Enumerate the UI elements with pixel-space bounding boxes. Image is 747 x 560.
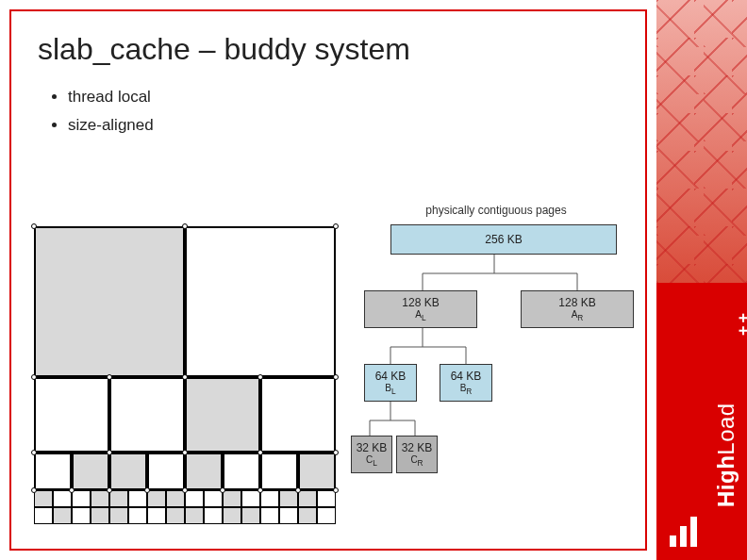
tiny-cell	[166, 490, 185, 507]
tiny-cell	[72, 507, 91, 524]
tiny-cell	[204, 490, 223, 507]
page-title: slab_cache – buddy system	[11, 11, 645, 67]
tiny-cell	[185, 490, 204, 507]
grid-dot	[31, 487, 37, 493]
node-32kb-left: 32 KB CL	[351, 436, 392, 473]
grid-dot	[31, 374, 37, 380]
tiny-cell	[128, 490, 147, 507]
grid-dot	[182, 374, 188, 380]
grid-dot	[257, 374, 263, 380]
node-32kb-right: 32 KB CR	[396, 436, 438, 473]
node-label: 32 KB	[352, 441, 391, 454]
tiny-cell	[34, 490, 53, 507]
tiny-cell	[185, 507, 204, 524]
node-sublabel: AL	[365, 309, 476, 322]
tiny-cell	[204, 507, 223, 524]
grid-dot	[333, 450, 339, 455]
tiny-cell	[260, 490, 279, 507]
slide-frame: slab_cache – buddy system thread local s…	[9, 9, 647, 551]
brand-logo: ++ HighLoad	[656, 283, 747, 560]
node-sublabel: CR	[397, 454, 437, 468]
tiny-cell	[53, 507, 72, 524]
tiny-cell	[34, 507, 53, 524]
node-256kb: 256 KB	[390, 224, 617, 255]
brand-bars-icon	[670, 517, 701, 547]
node-sublabel: BL	[365, 383, 416, 396]
grid-dot	[333, 487, 339, 493]
node-128kb-right: 128 KB AR	[521, 290, 634, 328]
tiny-cell	[279, 490, 298, 507]
tree-caption: physically contiguous pages	[374, 204, 619, 217]
bullet-item: size-aligned	[68, 116, 645, 135]
node-label: 32 KB	[397, 441, 437, 454]
grid-dot	[31, 223, 37, 229]
tiny-cell	[279, 507, 298, 524]
sidebar: ++ HighLoad	[656, 0, 747, 560]
grid-dot	[295, 487, 301, 493]
tiny-cell	[223, 507, 241, 524]
tiny-cell	[260, 507, 279, 524]
node-64kb-left: 64 KB BL	[364, 364, 417, 402]
grid-dot	[333, 374, 339, 380]
grid-dot	[107, 487, 112, 493]
grid-dot	[107, 450, 112, 455]
brand-suffix: ++	[734, 310, 747, 336]
grid-dot	[220, 487, 225, 493]
tiny-cell	[241, 507, 260, 524]
buddy-tree-diagram: 256 KB 128 KB AL 128 KB AR 64 KB BL 64 K…	[362, 221, 641, 522]
node-label: 128 KB	[522, 296, 633, 309]
tiny-cell	[241, 490, 260, 507]
node-sublabel: BR	[440, 383, 491, 396]
node-label: 256 KB	[391, 233, 616, 246]
tiny-cell	[317, 490, 336, 507]
node-label: 64 KB	[440, 370, 491, 383]
tiny-cell	[147, 507, 166, 524]
tiny-cell	[298, 490, 317, 507]
buddy-grid-diagram	[34, 226, 336, 524]
bullet-item: thread local	[68, 88, 645, 107]
node-64kb-right: 64 KB BR	[440, 364, 492, 402]
node-label: 128 KB	[365, 296, 476, 309]
tiny-cell	[147, 490, 166, 507]
node-label: 64 KB	[365, 370, 416, 383]
tiny-cell	[109, 507, 128, 524]
tiny-cell	[91, 490, 109, 507]
bullet-list: thread local size-aligned	[11, 67, 645, 135]
node-sublabel: AR	[522, 309, 633, 322]
grid-dot	[257, 487, 263, 493]
grid-dot	[182, 223, 188, 229]
grid-dot	[333, 223, 339, 229]
node-128kb-left: 128 KB AL	[364, 290, 477, 328]
tiny-cell	[298, 507, 317, 524]
grid-dot	[31, 450, 37, 455]
grid-dot	[107, 374, 112, 380]
tiny-cell	[317, 507, 336, 524]
sidebar-pattern	[656, 0, 747, 283]
tiny-cell	[91, 507, 109, 524]
grid-dot	[182, 450, 188, 455]
node-sublabel: CL	[352, 454, 391, 468]
grid-dot	[182, 487, 188, 493]
tiny-cell	[53, 490, 72, 507]
tiny-cell	[72, 490, 91, 507]
tiny-cell	[223, 490, 241, 507]
grid-dot	[257, 450, 263, 455]
tiny-cell	[128, 507, 147, 524]
grid-dot	[69, 487, 75, 493]
brand-text: HighLoad	[713, 403, 739, 507]
tiny-cell	[109, 490, 128, 507]
grid-dot	[144, 487, 150, 493]
tiny-cell	[166, 507, 185, 524]
